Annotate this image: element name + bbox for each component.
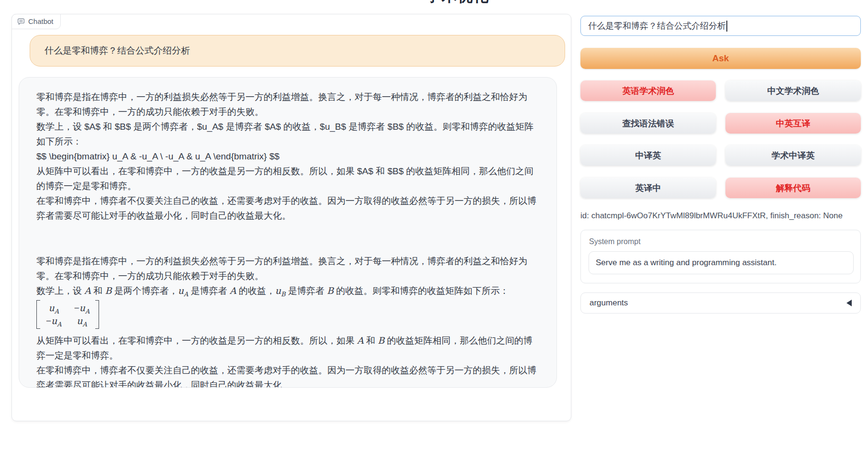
clipped-page-title: 学术优化 bbox=[410, 0, 505, 4]
bot-rendered-paragraph: 在零和博弈中，博弈者不仅要关注自己的收益，还需要考虑对手的收益。因为一方取得的收… bbox=[36, 363, 539, 388]
question-input-value: 什么是零和博弈？结合公式介绍分析 bbox=[588, 20, 726, 32]
bot-rendered-paragraph: 数学上，设 A 和 B 是两个博弈者，uA 是博弈者 A 的收益，uB 是博弈者… bbox=[36, 283, 539, 298]
matrix-right-bracket bbox=[95, 300, 99, 329]
fn-button-zh-to-en[interactable]: 中译英 bbox=[580, 145, 716, 166]
arguments-accordion-label: arguments bbox=[590, 298, 628, 308]
arguments-accordion[interactable]: arguments bbox=[580, 292, 861, 314]
fn-button-chinese-academic-polish[interactable]: 中文学术润色 bbox=[725, 80, 861, 101]
bot-raw-paragraph: 数学上，设 $A$ 和 $B$ 是两个博弈者，$u_A$ 是博弈者 $A$ 的收… bbox=[36, 119, 539, 149]
matrix-left-bracket bbox=[36, 300, 40, 329]
chatbot-label-text: Chatbot bbox=[28, 17, 54, 25]
text-caret bbox=[726, 21, 727, 32]
chatbot-component-label: Chatbot bbox=[11, 14, 61, 29]
fn-button-english-academic-polish[interactable]: 英语学术润色 bbox=[580, 80, 716, 101]
matrix-cell: −uA bbox=[74, 302, 90, 314]
matrix-cell: −uA bbox=[46, 315, 62, 327]
bot-raw-paragraph: 在零和博弈中，博弈者不仅要关注自己的收益，还需要考虑对手的收益。因为一方取得的收… bbox=[36, 193, 539, 223]
response-status-line: id: chatcmpl-6wOo7KrYTwMl89lbrMWRu4UkFFX… bbox=[580, 211, 868, 221]
bot-raw-paragraph: 零和博弈是指在博弈中，一方的利益损失必然等于另一方的利益增益。换言之，对于每一种… bbox=[36, 90, 539, 119]
fn-button-en-to-zh[interactable]: 英译中 bbox=[580, 178, 716, 198]
fn-button-find-grammar-errors[interactable]: 查找语法错误 bbox=[580, 113, 716, 134]
fn-button-zh-en-mutual-translate[interactable]: 中英互译 bbox=[725, 113, 861, 134]
matrix-cell: uA bbox=[46, 302, 62, 314]
matrix-cell: uA bbox=[74, 315, 90, 327]
user-message-bubble: 什么是零和博弈？结合公式介绍分析 bbox=[30, 35, 565, 67]
message-gap bbox=[36, 223, 539, 254]
bot-raw-latex-line: $$ \begin{bmatrix} u_A & -u_A \ -u_A & u… bbox=[36, 149, 539, 164]
accordion-collapse-arrow-icon bbox=[846, 300, 852, 306]
fn-button-explain-code[interactable]: 解释代码 bbox=[725, 178, 861, 198]
question-input[interactable]: 什么是零和博弈？结合公式介绍分析 bbox=[580, 16, 861, 36]
bot-message-bubble: 零和博弈是指在博弈中，一方的利益损失必然等于另一方的利益增益。换言之，对于每一种… bbox=[19, 77, 557, 388]
system-prompt-value: Serve me as a writing and programming as… bbox=[596, 258, 777, 268]
system-prompt-card: System prompt Serve me as a writing and … bbox=[580, 230, 861, 283]
bot-rendered-paragraph: 从矩阵中可以看出，在零和博弈中，一方的收益是另一方的相反数。所以，如果 A 和 … bbox=[36, 333, 539, 363]
fn-button-academic-zh-to-en[interactable]: 学术中译英 bbox=[725, 145, 861, 166]
bot-rendered-paragraph: 零和博弈是指在博弈中，一方的利益损失必然等于另一方的利益增益。换言之，对于每一种… bbox=[36, 254, 539, 283]
chat-bubble-icon bbox=[17, 18, 25, 25]
system-prompt-label: System prompt bbox=[589, 237, 641, 246]
payoff-matrix: uA−uA−uAuA bbox=[36, 298, 539, 333]
chatbot-panel: Chatbot 什么是零和博弈？结合公式介绍分析 零和博弈是指在博弈中，一方的利… bbox=[11, 14, 571, 421]
system-prompt-input[interactable]: Serve me as a writing and programming as… bbox=[589, 251, 854, 274]
ask-button[interactable]: Ask bbox=[580, 48, 861, 69]
user-message-text: 什么是零和博弈？结合公式介绍分析 bbox=[45, 45, 190, 57]
bot-raw-paragraph: 从矩阵中可以看出，在零和博弈中，一方的收益是另一方的相反数。所以，如果 $A$ … bbox=[36, 164, 539, 193]
